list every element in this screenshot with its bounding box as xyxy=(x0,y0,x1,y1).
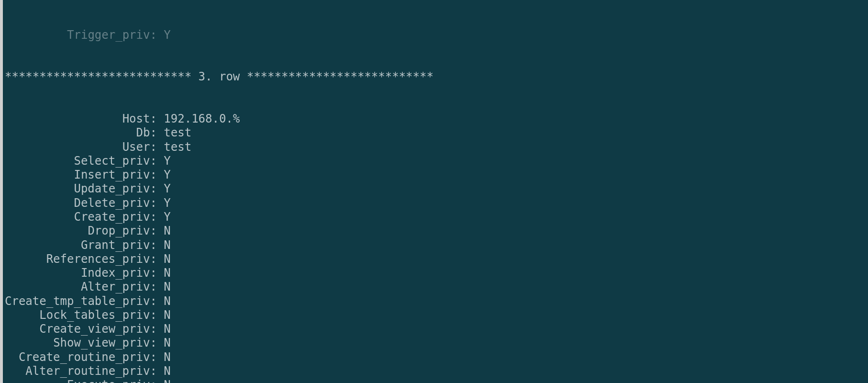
partial-previous-line: Trigger_priv: Y xyxy=(5,28,868,42)
field-value: N xyxy=(164,308,170,322)
field-row: References_priv: N xyxy=(5,252,868,266)
field-label: Alter_priv xyxy=(5,280,150,294)
field-row: Alter_routine_priv: N xyxy=(5,364,868,378)
field-label: User xyxy=(5,140,150,154)
field-row: Insert_priv: Y xyxy=(5,168,868,182)
field-value: N xyxy=(164,364,170,378)
field-label: Drop_priv xyxy=(5,224,150,238)
field-row: Select_priv: Y xyxy=(5,154,868,168)
field-value: N xyxy=(164,336,170,350)
field-row: User: test xyxy=(5,140,868,154)
field-value: N xyxy=(164,294,170,308)
field-label: Create_tmp_table_priv xyxy=(5,294,150,308)
field-row: Create_tmp_table_priv: N xyxy=(5,294,868,308)
field-label: Lock_tables_priv xyxy=(5,308,150,322)
field-row: Create_routine_priv: N xyxy=(5,350,868,364)
field-value: 192.168.0.% xyxy=(164,112,240,126)
field-row: Show_view_priv: N xyxy=(5,336,868,350)
field-value: Y xyxy=(164,168,170,182)
field-label: Delete_priv xyxy=(5,196,150,210)
field-value: Y xyxy=(164,196,170,210)
row-separator: *************************** 3. row *****… xyxy=(5,70,868,84)
field-row: Create_priv: Y xyxy=(5,210,868,224)
field-value: Y xyxy=(164,154,170,168)
field-value: test xyxy=(164,126,191,140)
field-label: Create_routine_priv xyxy=(5,350,150,364)
field-row: Index_priv: N xyxy=(5,266,868,280)
field-value: N xyxy=(164,238,170,252)
field-label: References_priv xyxy=(5,252,150,266)
field-value: N xyxy=(164,350,170,364)
field-value: N xyxy=(164,322,170,336)
field-value: N xyxy=(164,378,170,383)
field-value: N xyxy=(164,266,170,280)
field-value: Y xyxy=(164,210,170,224)
field-value: N xyxy=(164,252,170,266)
field-value: N xyxy=(164,280,170,294)
field-label: Host xyxy=(5,112,150,126)
field-row: Execute_priv: N xyxy=(5,378,868,383)
field-row: Grant_priv: N xyxy=(5,238,868,252)
field-row: Create_view_priv: N xyxy=(5,322,868,336)
field-label: Index_priv xyxy=(5,266,150,280)
field-label: Execute_priv xyxy=(5,378,150,383)
field-value: test xyxy=(164,140,191,154)
field-row: Lock_tables_priv: N xyxy=(5,308,868,322)
field-label: Update_priv xyxy=(5,182,150,196)
field-row: Update_priv: Y xyxy=(5,182,868,196)
field-row: Drop_priv: N xyxy=(5,224,868,238)
field-label: Insert_priv xyxy=(5,168,150,182)
field-label: Create_priv xyxy=(5,210,150,224)
field-row: Host: 192.168.0.% xyxy=(5,112,868,126)
field-row: Alter_priv: N xyxy=(5,280,868,294)
field-rows: Host: 192.168.0.%Db: testUser: testSelec… xyxy=(5,112,868,383)
field-label: Show_view_priv xyxy=(5,336,150,350)
field-value: Y xyxy=(164,182,170,196)
field-row: Delete_priv: Y xyxy=(5,196,868,210)
field-row: Db: test xyxy=(5,126,868,140)
field-label: Db xyxy=(5,126,150,140)
field-label: Select_priv xyxy=(5,154,150,168)
field-label: Alter_routine_priv xyxy=(5,364,150,378)
field-label: Create_view_priv xyxy=(5,322,150,336)
field-value: N xyxy=(164,224,170,238)
terminal-output[interactable]: Trigger_priv: Y ************************… xyxy=(3,0,868,383)
field-label: Grant_priv xyxy=(5,238,150,252)
